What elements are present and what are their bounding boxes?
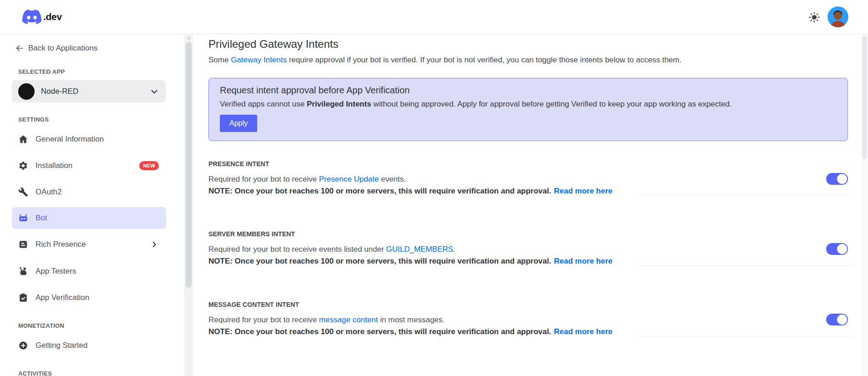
sidebar-item-app-verification[interactable]: App Verification: [12, 287, 166, 309]
message-content-link[interactable]: message content: [319, 315, 378, 324]
presence-intent-section: PRESENCE INTENT Required for your bot to…: [208, 160, 848, 215]
sidebar-item-label: General Information: [36, 135, 104, 144]
section-divider: [640, 195, 852, 196]
back-label: Back to Applications: [28, 44, 97, 53]
callout-body-prefix: Verified apps cannot use: [220, 100, 307, 108]
scrollbar-thumb[interactable]: [186, 42, 192, 288]
page-scrollbar-thumb[interactable]: [862, 36, 867, 159]
sidebar-item-rich-presence[interactable]: Rich Presence: [12, 234, 166, 255]
intent-description: Required for your bot to receive Presenc…: [208, 173, 848, 185]
intent-note-text: NOTE: Once your bot reaches 100 or more …: [208, 257, 551, 265]
sidebar-item-app-testers[interactable]: App Testers: [12, 260, 166, 282]
toggle-knob: [837, 244, 847, 254]
page-scrollbar[interactable]: [861, 35, 868, 376]
app-name: Node-RED: [41, 87, 78, 96]
message-content-intent-section: MESSAGE CONTENT INTENT Required for your…: [208, 301, 848, 356]
callout-body: Verified apps cannot use Privileged Inte…: [220, 100, 837, 109]
theme-toggle-button[interactable]: [807, 10, 821, 24]
intent-note-text: NOTE: Once your bot reaches 100 or more …: [208, 327, 551, 336]
callout-body-suffix: without being approved. Apply for approv…: [371, 100, 732, 108]
settings-section-label: SETTINGS: [18, 116, 49, 123]
user-avatar[interactable]: [827, 6, 848, 27]
sidebar-item-getting-started[interactable]: Getting Started: [12, 335, 166, 356]
message-content-intent-toggle[interactable]: [826, 314, 848, 325]
clipboard-check-icon: [18, 293, 28, 303]
read-more-link[interactable]: Read more here: [554, 327, 613, 336]
toggle-knob: [837, 174, 847, 184]
intent-approval-callout: Request intent approval before App Verif…: [208, 78, 848, 141]
page-title: Privileged Gateway Intents: [208, 38, 338, 51]
main-content: Privileged Gateway Intents Some Gateway …: [208, 35, 848, 376]
sidebar-item-bot[interactable]: Bot: [12, 207, 166, 229]
discord-dev-logo[interactable]: .dev: [22, 10, 62, 24]
discord-logo-icon: [22, 10, 41, 24]
sidebar: Back to Applications SELECTED APP Node-R…: [0, 35, 184, 376]
intent-label: MESSAGE CONTENT INTENT: [208, 301, 848, 308]
section-divider: [640, 336, 852, 336]
activities-section-label: ACTIVITIES: [18, 370, 52, 376]
back-to-applications-link[interactable]: Back to Applications: [15, 44, 97, 53]
sidebar-item-label: App Verification: [36, 293, 89, 302]
intent-desc-suffix: .: [453, 245, 456, 254]
intro-text: Some Gateway Intents require approval if…: [208, 56, 681, 65]
read-more-link[interactable]: Read more here: [554, 257, 613, 265]
home-icon: [18, 134, 28, 144]
sidebar-item-oauth2[interactable]: OAuth2: [12, 181, 166, 203]
callout-title: Request intent approval before App Verif…: [220, 85, 837, 96]
server-members-intent-toggle[interactable]: [826, 243, 848, 255]
scrollbar-up-arrow[interactable]: ▲: [184, 36, 193, 40]
app-selector[interactable]: Node-RED: [12, 80, 166, 102]
intent-desc-prefix: Required for your bot to receive events …: [208, 245, 386, 254]
intent-description: Required for your bot to receive message…: [208, 314, 848, 326]
intro-suffix: require approval if your bot is verified…: [287, 56, 681, 64]
back-arrow-icon: [15, 44, 24, 53]
sidebar-item-label: Bot: [36, 213, 47, 223]
bot-icon: [18, 213, 28, 223]
read-more-link[interactable]: Read more here: [554, 187, 613, 195]
presence-intent-toggle[interactable]: [826, 173, 848, 185]
presence-update-link[interactable]: Presence Update: [319, 175, 379, 183]
content-scrollbar[interactable]: ▲: [184, 35, 193, 376]
sidebar-item-general-information[interactable]: General Information: [12, 128, 166, 150]
intent-desc-suffix: events.: [379, 175, 406, 183]
discord-developer-portal: .dev Back to Applications SELECTED APP N…: [0, 0, 868, 376]
selected-app-label: SELECTED APP: [18, 68, 65, 75]
brand-dev-label: .dev: [43, 11, 62, 22]
document-lines-icon: [18, 239, 28, 249]
section-divider: [640, 265, 852, 266]
intent-desc-suffix: in most messages.: [378, 315, 444, 324]
chevron-right-icon: [150, 240, 159, 249]
toggle-knob: [837, 315, 847, 325]
sidebar-item-label: Installation: [36, 161, 72, 170]
intent-desc-prefix: Required for your bot to receive: [208, 315, 319, 324]
server-members-intent-section: SERVER MEMBERS INTENT Required for your …: [208, 230, 848, 285]
wrench-icon: [18, 187, 28, 197]
plus-circle-icon: [18, 340, 28, 351]
sidebar-item-label: App Testers: [36, 267, 76, 276]
sidebar-item-label: Getting Started: [36, 341, 87, 350]
sidebar-item-installation[interactable]: Installation NEW: [12, 155, 166, 177]
new-badge: NEW: [139, 161, 159, 170]
app-avatar: [18, 83, 35, 100]
apply-button[interactable]: Apply: [220, 115, 257, 132]
person-raising-hand-icon: [18, 266, 28, 276]
monetization-section-label: MONETIZATION: [18, 322, 64, 329]
intent-description: Required for your bot to receive events …: [208, 244, 848, 255]
intent-label: SERVER MEMBERS INTENT: [208, 230, 848, 238]
callout-body-bold: Privileged Intents: [307, 100, 371, 108]
intent-label: PRESENCE INTENT: [208, 160, 848, 168]
guild-members-link[interactable]: GUILD_MEMBERS: [386, 245, 453, 254]
top-bar: .dev: [0, 0, 868, 34]
sun-icon: [807, 18, 821, 25]
gateway-intents-link[interactable]: Gateway Intents: [231, 56, 287, 64]
intent-desc-prefix: Required for your bot to receive: [208, 175, 319, 183]
intro-prefix: Some: [208, 56, 231, 64]
gear-icon: [18, 161, 28, 171]
sidebar-item-label: Rich Presence: [36, 240, 86, 249]
sidebar-item-label: OAuth2: [36, 188, 62, 197]
intent-note-text: NOTE: Once your bot reaches 100 or more …: [208, 187, 551, 195]
chevron-down-icon: [149, 86, 159, 97]
